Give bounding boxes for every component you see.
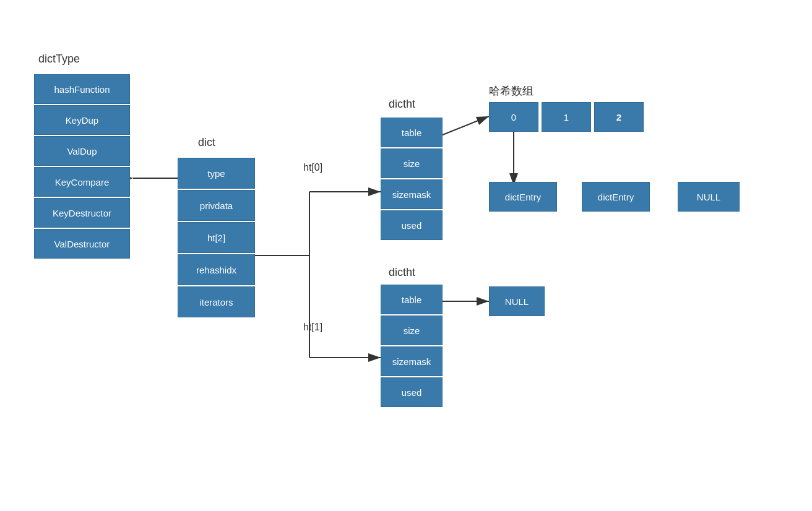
box-hash-0: 0 [489,102,538,132]
svg-line-9 [443,116,489,135]
box-bot-table: table [381,285,443,314]
box-hash-2: 2 [594,102,644,132]
box-top-table: table [381,118,443,147]
hash-array-label: 哈希数组 [489,84,533,98]
box-KeyDup: KeyDup [34,105,130,135]
dictht-bottom-label: dictht [389,266,415,279]
box-privdata: privdata [178,190,255,221]
box-rehashidx: rehashidx [178,254,255,285]
box-KeyDestructor: KeyDestructor [34,198,130,228]
box-dictEntry-2: dictEntry [582,182,650,212]
box-bot-size: size [381,316,443,345]
box-iterators: iterators [178,286,255,317]
dictType-label: dictType [38,53,80,66]
box-ValDup: ValDup [34,136,130,166]
dict-label: dict [198,136,215,149]
box-top-used: used [381,210,443,240]
diagram: dictType hashFunction KeyDup ValDup KeyC… [0,0,812,511]
box-top-size: size [381,148,443,178]
box-type: type [178,158,255,189]
ht1-label: ht[1] [303,322,322,333]
box-bot-sizemask: sizemask [381,346,443,376]
box-hash-1: 1 [542,102,591,132]
box-KeyCompare: KeyCompare [34,167,130,197]
box-ValDestructor: ValDestructor [34,229,130,259]
box-ht2: ht[2] [178,222,255,253]
box-top-sizemask: sizemask [381,179,443,209]
dictht-top-label: dictht [389,98,415,111]
box-hashFunction: hashFunction [34,74,130,104]
box-bot-used: used [381,377,443,407]
box-null-1: NULL [678,182,740,212]
box-null-2: NULL [489,286,545,316]
ht0-label: ht[0] [303,162,322,173]
box-dictEntry-1: dictEntry [489,182,557,212]
